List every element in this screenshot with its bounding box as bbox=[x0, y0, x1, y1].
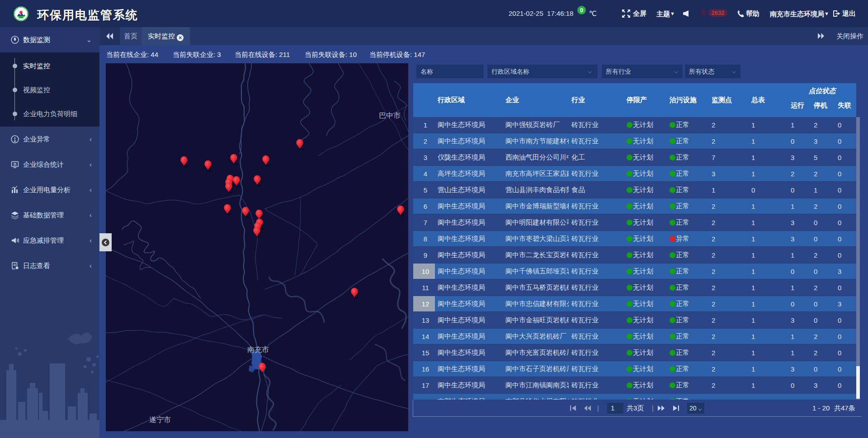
svg-text:遂宁市: 遂宁市 bbox=[149, 416, 171, 424]
svg-text:巴中市: 巴中市 bbox=[379, 112, 401, 119]
svg-text:奥: 奥 bbox=[13, 162, 17, 166]
svg-text:南充市: 南充市 bbox=[247, 346, 269, 353]
